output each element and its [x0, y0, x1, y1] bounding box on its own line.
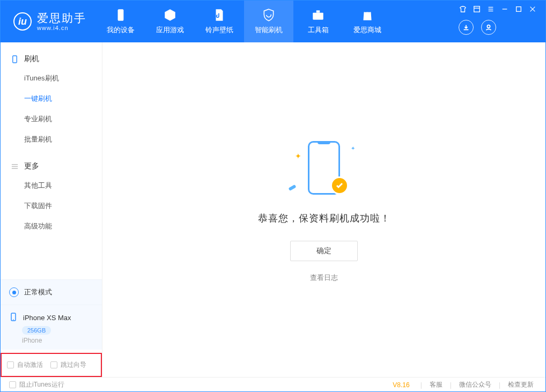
download-icon[interactable] — [459, 20, 474, 35]
sidebar-item-batch-flash[interactable]: 批量刷机 — [1, 129, 102, 150]
maximize-icon[interactable] — [514, 5, 523, 13]
svg-point-12 — [487, 25, 490, 28]
status-bar: 阻止iTunes运行 V8.16 | 客服 | 微信公众号 | 检查更新 — [1, 377, 545, 392]
app-title: 爱思助手 — [37, 12, 86, 24]
cube-icon — [163, 8, 177, 22]
checkbox-icon — [7, 361, 14, 368]
logo-area: iu 爱思助手 www.i4.cn — [1, 1, 96, 42]
main-content: ✦ ✦ 恭喜您，保资料刷机成功啦！ 确定 查看日志 — [102, 42, 545, 377]
device-info-panel[interactable]: iPhone XS Max 256GB iPhone — [1, 305, 102, 350]
briefcase-icon — [311, 8, 325, 22]
device-icon — [10, 55, 19, 63]
status-dot-icon — [9, 287, 19, 297]
checkmark-badge-icon — [330, 176, 349, 195]
storage-badge: 256GB — [22, 326, 51, 335]
svg-rect-9 — [517, 7, 521, 12]
shopping-bag-icon — [360, 8, 374, 22]
sidebar-item-download-firmware[interactable]: 下载固件 — [1, 196, 102, 216]
tab-smart-flash[interactable]: 智能刷机 — [244, 1, 293, 42]
tab-label: 铃声壁纸 — [205, 25, 233, 35]
list-icon — [10, 162, 19, 171]
status-label: 正常模式 — [24, 287, 52, 297]
minimize-icon[interactable] — [500, 5, 509, 13]
success-illustration: ✦ ✦ — [292, 137, 356, 201]
sparkle-icon: ✦ — [351, 145, 355, 151]
phone-icon — [114, 8, 128, 22]
checkbox-block-itunes[interactable]: 阻止iTunes运行 — [9, 380, 64, 389]
checkbox-label: 阻止iTunes运行 — [19, 380, 64, 389]
device-mode-status[interactable]: 正常模式 — [1, 279, 102, 305]
user-icon[interactable] — [481, 20, 496, 35]
tab-my-device[interactable]: 我的设备 — [96, 1, 145, 42]
sidebar-item-other-tools[interactable]: 其他工具 — [1, 175, 102, 196]
tab-label: 智能刷机 — [255, 25, 283, 35]
sidebar-item-itunes-flash[interactable]: iTunes刷机 — [1, 68, 102, 88]
menu-icon[interactable] — [486, 5, 495, 13]
nav-tabs: 我的设备 应用游戏 铃声壁纸 智能刷机 工具箱 爱思商城 — [96, 1, 392, 42]
svg-rect-2 — [316, 10, 320, 12]
ok-button[interactable]: 确定 — [290, 241, 358, 261]
layout-icon[interactable] — [473, 5, 481, 13]
sparkle-icon: ✦ — [295, 152, 301, 160]
accent-icon — [288, 184, 296, 191]
sidebar-item-oneclick-flash[interactable]: 一键刷机 — [1, 88, 102, 109]
tab-label: 应用游戏 — [156, 25, 184, 35]
version-label: V8.16 — [393, 381, 409, 389]
checkbox-skip-guide[interactable]: 跳过向导 — [50, 360, 86, 369]
refresh-shield-icon — [262, 8, 276, 22]
sidebar: 刷机 iTunes刷机 一键刷机 专业刷机 批量刷机 更多 其他工具 下载固件 … — [1, 42, 102, 377]
checkbox-icon — [9, 381, 16, 388]
svg-rect-0 — [118, 9, 124, 21]
section-title: 刷机 — [24, 54, 39, 64]
checkbox-icon — [50, 361, 57, 368]
sidebar-section-flash: 刷机 — [1, 50, 102, 68]
view-log-link[interactable]: 查看日志 — [310, 273, 338, 283]
flash-options-highlighted: 自动激活 跳过向导 — [1, 353, 102, 377]
tab-label: 爱思商城 — [353, 25, 381, 35]
device-type: iPhone — [9, 337, 93, 344]
tab-store[interactable]: 爱思商城 — [343, 1, 392, 42]
sidebar-section-more: 更多 — [1, 157, 102, 175]
svg-rect-3 — [474, 6, 480, 12]
shirt-icon[interactable] — [459, 5, 467, 13]
phone-notch-icon — [318, 141, 330, 144]
tab-label: 工具箱 — [308, 25, 329, 35]
footer-link-wechat[interactable]: 微信公众号 — [456, 380, 495, 389]
close-icon[interactable] — [528, 5, 537, 13]
success-message: 恭喜您，保资料刷机成功啦！ — [258, 212, 390, 225]
sidebar-item-pro-flash[interactable]: 专业刷机 — [1, 109, 102, 129]
tab-apps-games[interactable]: 应用游戏 — [145, 1, 195, 42]
app-subtitle: www.i4.cn — [37, 25, 86, 31]
tab-ringtone-wallpaper[interactable]: 铃声壁纸 — [195, 1, 244, 42]
section-title: 更多 — [24, 161, 39, 171]
footer-link-update[interactable]: 检查更新 — [505, 380, 537, 389]
window-controls — [459, 5, 540, 13]
checkbox-auto-activate[interactable]: 自动激活 — [7, 360, 43, 369]
music-file-icon — [212, 8, 226, 22]
checkbox-label: 跳过向导 — [61, 360, 86, 369]
sidebar-item-advanced[interactable]: 高级功能 — [1, 216, 102, 236]
svg-rect-13 — [12, 55, 17, 62]
device-name: iPhone XS Max — [23, 314, 71, 322]
logo-icon: iu — [13, 12, 32, 31]
app-header: iu 爱思助手 www.i4.cn 我的设备 应用游戏 铃声壁纸 智能刷机 工具… — [1, 1, 545, 42]
checkbox-label: 自动激活 — [17, 360, 43, 369]
svg-point-18 — [13, 319, 14, 320]
svg-rect-1 — [313, 13, 323, 20]
phone-outline-icon — [9, 313, 18, 323]
tab-label: 我的设备 — [107, 25, 135, 35]
footer-link-support[interactable]: 客服 — [426, 380, 446, 389]
tab-toolbox[interactable]: 工具箱 — [293, 1, 343, 42]
